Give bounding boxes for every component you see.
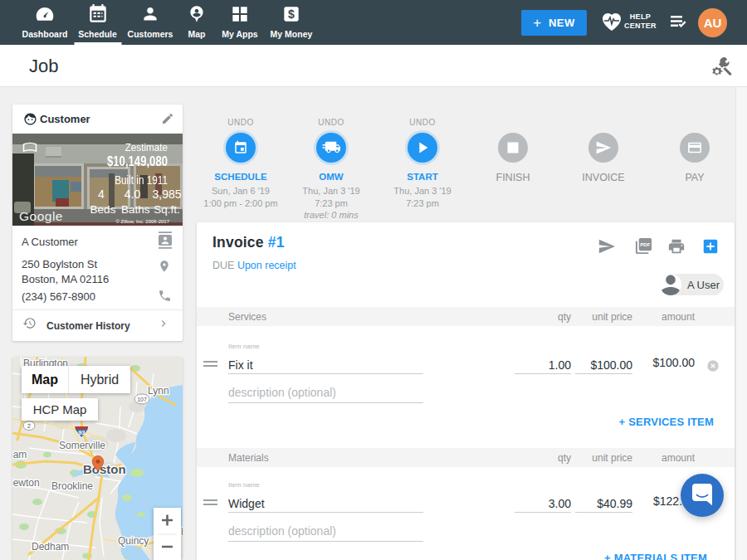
svg-text:Hi: Hi	[181, 526, 183, 538]
svg-text:93: 93	[78, 429, 85, 436]
svg-text:2: 2	[27, 423, 31, 429]
svg-text:Somerville: Somerville	[59, 440, 105, 451]
svg-text:PDF: PDF	[640, 241, 651, 247]
svg-text:Dedham: Dedham	[32, 541, 69, 553]
svg-text:Boston: Boston	[83, 462, 126, 476]
svg-text:107: 107	[137, 397, 147, 402]
svg-text:lewton: lewton	[12, 477, 40, 489]
svg-text:Map: Map	[32, 373, 58, 387]
svg-text:Hybrid: Hybrid	[81, 373, 119, 387]
svg-text:ham: ham	[12, 449, 27, 460]
svg-text:$: $	[288, 7, 295, 21]
svg-text:Lynn: Lynn	[148, 385, 169, 397]
svg-text:HCP Map: HCP Map	[33, 402, 87, 416]
svg-text:Brookline: Brookline	[51, 480, 93, 492]
svg-text:Quincy: Quincy	[118, 535, 149, 547]
